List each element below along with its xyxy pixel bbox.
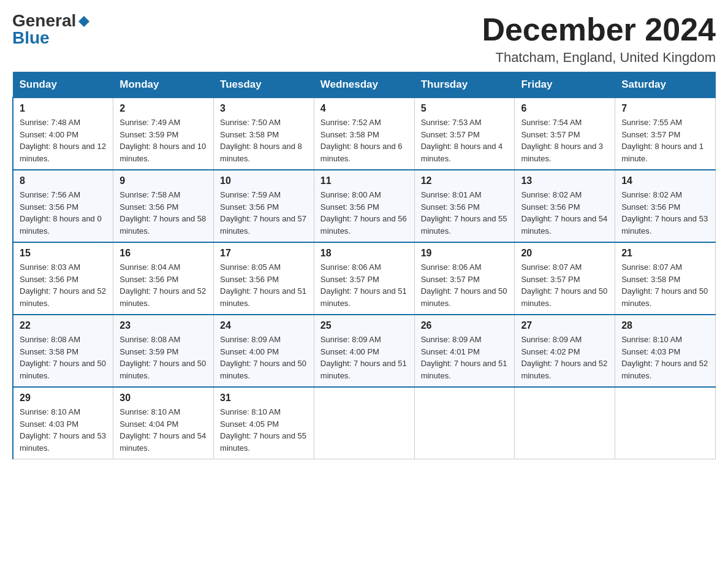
- page-header: General Blue December 2024 Thatcham, Eng…: [12, 12, 716, 66]
- day-number: 22: [20, 320, 107, 331]
- day-number: 31: [220, 393, 308, 404]
- day-info: Sunrise: 8:02 AMSunset: 3:56 PMDaylight:…: [621, 189, 709, 237]
- day-info: Sunrise: 8:05 AMSunset: 3:56 PMDaylight:…: [220, 261, 308, 309]
- col-header-friday: Friday: [515, 72, 615, 98]
- calendar-cell: 26Sunrise: 8:09 AMSunset: 4:01 PMDayligh…: [414, 315, 515, 387]
- col-header-wednesday: Wednesday: [314, 72, 414, 98]
- day-info: Sunrise: 8:10 AMSunset: 4:03 PMDaylight:…: [20, 406, 107, 454]
- day-number: 20: [521, 248, 609, 259]
- calendar-cell: 4Sunrise: 7:52 AMSunset: 3:58 PMDaylight…: [314, 98, 414, 170]
- day-number: 4: [320, 103, 408, 114]
- calendar-cell: 12Sunrise: 8:01 AMSunset: 3:56 PMDayligh…: [414, 170, 515, 242]
- calendar-week-row: 22Sunrise: 8:08 AMSunset: 3:58 PMDayligh…: [13, 315, 716, 387]
- day-number: 11: [320, 175, 408, 186]
- day-info: Sunrise: 8:09 AMSunset: 4:00 PMDaylight:…: [220, 334, 308, 381]
- col-header-saturday: Saturday: [615, 72, 716, 98]
- day-number: 5: [421, 103, 509, 114]
- col-header-thursday: Thursday: [414, 72, 515, 98]
- day-number: 17: [220, 248, 308, 259]
- day-info: Sunrise: 8:01 AMSunset: 3:56 PMDaylight:…: [421, 189, 509, 237]
- calendar-week-row: 8Sunrise: 7:56 AMSunset: 3:56 PMDaylight…: [13, 170, 716, 242]
- logo-general-text: General: [12, 12, 76, 29]
- day-number: 28: [621, 320, 709, 331]
- calendar-cell: 15Sunrise: 8:03 AMSunset: 3:56 PMDayligh…: [13, 242, 113, 315]
- month-title: December 2024: [482, 12, 716, 47]
- day-number: 10: [220, 175, 308, 186]
- day-number: 18: [320, 248, 408, 259]
- col-header-monday: Monday: [113, 72, 214, 98]
- calendar-cell: 14Sunrise: 8:02 AMSunset: 3:56 PMDayligh…: [615, 170, 716, 242]
- calendar-cell: 18Sunrise: 8:06 AMSunset: 3:57 PMDayligh…: [314, 242, 414, 315]
- calendar-cell: 6Sunrise: 7:54 AMSunset: 3:57 PMDaylight…: [515, 98, 615, 170]
- day-number: 6: [521, 103, 609, 114]
- day-info: Sunrise: 7:54 AMSunset: 3:57 PMDaylight:…: [521, 117, 609, 164]
- location-text: Thatcham, England, United Kingdom: [482, 50, 716, 66]
- day-info: Sunrise: 7:48 AMSunset: 4:00 PMDaylight:…: [20, 117, 107, 164]
- calendar-cell: 19Sunrise: 8:06 AMSunset: 3:57 PMDayligh…: [414, 242, 515, 315]
- day-info: Sunrise: 8:10 AMSunset: 4:04 PMDaylight:…: [119, 406, 207, 454]
- calendar-cell: 23Sunrise: 8:08 AMSunset: 3:59 PMDayligh…: [113, 315, 214, 387]
- calendar-cell: 27Sunrise: 8:09 AMSunset: 4:02 PMDayligh…: [515, 315, 615, 387]
- day-number: 30: [119, 393, 207, 404]
- day-info: Sunrise: 8:08 AMSunset: 3:59 PMDaylight:…: [119, 334, 207, 381]
- day-number: 1: [20, 103, 107, 114]
- title-area: December 2024 Thatcham, England, United …: [482, 12, 716, 66]
- day-info: Sunrise: 8:10 AMSunset: 4:05 PMDaylight:…: [220, 406, 308, 454]
- calendar-cell: 25Sunrise: 8:09 AMSunset: 4:00 PMDayligh…: [314, 315, 414, 387]
- calendar-week-row: 1Sunrise: 7:48 AMSunset: 4:00 PMDaylight…: [13, 98, 716, 170]
- calendar-cell: 1Sunrise: 7:48 AMSunset: 4:00 PMDaylight…: [13, 98, 113, 170]
- col-header-tuesday: Tuesday: [214, 72, 314, 98]
- calendar-cell: 5Sunrise: 7:53 AMSunset: 3:57 PMDaylight…: [414, 98, 515, 170]
- day-number: 7: [621, 103, 709, 114]
- calendar-cell: [615, 387, 716, 459]
- day-number: 27: [521, 320, 609, 331]
- day-number: 14: [621, 175, 709, 186]
- calendar-cell: 21Sunrise: 8:07 AMSunset: 3:58 PMDayligh…: [615, 242, 716, 315]
- day-info: Sunrise: 7:55 AMSunset: 3:57 PMDaylight:…: [621, 117, 709, 164]
- day-info: Sunrise: 8:04 AMSunset: 3:56 PMDaylight:…: [119, 261, 207, 309]
- calendar-cell: 31Sunrise: 8:10 AMSunset: 4:05 PMDayligh…: [214, 387, 314, 459]
- logo-blue-text: Blue: [12, 29, 50, 47]
- day-info: Sunrise: 8:09 AMSunset: 4:01 PMDaylight:…: [421, 334, 509, 381]
- day-info: Sunrise: 8:07 AMSunset: 3:57 PMDaylight:…: [521, 261, 609, 309]
- calendar-week-row: 15Sunrise: 8:03 AMSunset: 3:56 PMDayligh…: [13, 242, 716, 315]
- day-number: 25: [320, 320, 408, 331]
- day-info: Sunrise: 8:09 AMSunset: 4:00 PMDaylight:…: [320, 334, 408, 381]
- day-info: Sunrise: 8:09 AMSunset: 4:02 PMDaylight:…: [521, 334, 609, 381]
- day-info: Sunrise: 8:03 AMSunset: 3:56 PMDaylight:…: [20, 261, 107, 309]
- col-header-sunday: Sunday: [13, 72, 113, 98]
- day-number: 24: [220, 320, 308, 331]
- calendar-cell: [314, 387, 414, 459]
- calendar-cell: 3Sunrise: 7:50 AMSunset: 3:58 PMDaylight…: [214, 98, 314, 170]
- calendar-cell: 20Sunrise: 8:07 AMSunset: 3:57 PMDayligh…: [515, 242, 615, 315]
- calendar-cell: 10Sunrise: 7:59 AMSunset: 3:56 PMDayligh…: [214, 170, 314, 242]
- calendar-cell: 13Sunrise: 8:02 AMSunset: 3:56 PMDayligh…: [515, 170, 615, 242]
- day-number: 16: [119, 248, 207, 259]
- calendar-cell: 30Sunrise: 8:10 AMSunset: 4:04 PMDayligh…: [113, 387, 214, 459]
- day-info: Sunrise: 7:52 AMSunset: 3:58 PMDaylight:…: [320, 117, 408, 164]
- calendar-cell: 9Sunrise: 7:58 AMSunset: 3:56 PMDaylight…: [113, 170, 214, 242]
- calendar-cell: 8Sunrise: 7:56 AMSunset: 3:56 PMDaylight…: [13, 170, 113, 242]
- calendar-cell: 28Sunrise: 8:10 AMSunset: 4:03 PMDayligh…: [615, 315, 716, 387]
- calendar-cell: 7Sunrise: 7:55 AMSunset: 3:57 PMDaylight…: [615, 98, 716, 170]
- calendar-cell: 22Sunrise: 8:08 AMSunset: 3:58 PMDayligh…: [13, 315, 113, 387]
- day-number: 2: [119, 103, 207, 114]
- calendar-cell: [414, 387, 515, 459]
- day-number: 15: [20, 248, 107, 259]
- day-info: Sunrise: 7:50 AMSunset: 3:58 PMDaylight:…: [220, 117, 308, 164]
- day-number: 13: [521, 175, 609, 186]
- day-number: 21: [621, 248, 709, 259]
- day-number: 9: [119, 175, 207, 186]
- day-number: 29: [20, 393, 107, 404]
- day-info: Sunrise: 8:02 AMSunset: 3:56 PMDaylight:…: [521, 189, 609, 237]
- calendar-cell: 17Sunrise: 8:05 AMSunset: 3:56 PMDayligh…: [214, 242, 314, 315]
- logo: General Blue: [12, 12, 89, 47]
- day-info: Sunrise: 8:00 AMSunset: 3:56 PMDaylight:…: [320, 189, 408, 237]
- calendar-table: SundayMondayTuesdayWednesdayThursdayFrid…: [12, 72, 716, 459]
- day-number: 3: [220, 103, 308, 114]
- day-number: 8: [20, 175, 107, 186]
- day-number: 19: [421, 248, 509, 259]
- day-number: 23: [119, 320, 207, 331]
- calendar-cell: 16Sunrise: 8:04 AMSunset: 3:56 PMDayligh…: [113, 242, 214, 315]
- calendar-header-row: SundayMondayTuesdayWednesdayThursdayFrid…: [13, 72, 716, 98]
